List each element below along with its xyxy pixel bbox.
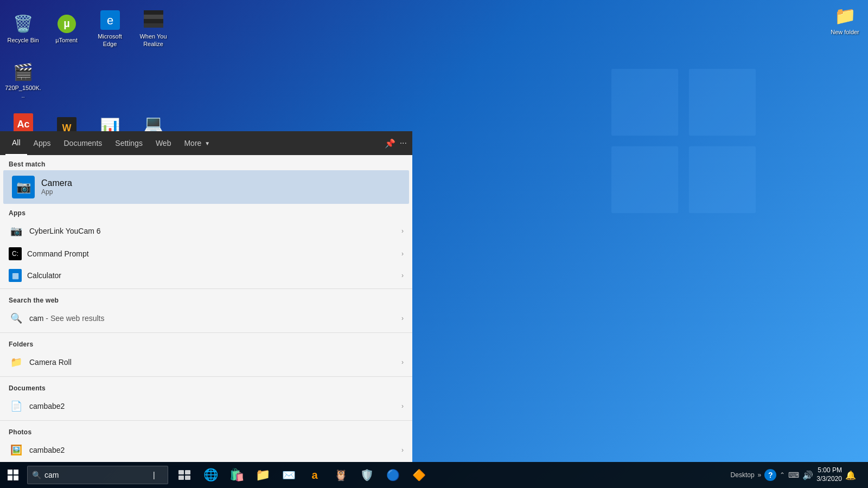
section-web-header: Search the web [0,291,412,306]
taskbar-mail[interactable]: ✉️ [276,462,302,488]
volume-icon[interactable]: 🔊 [802,470,813,480]
desktop-icon-when-you-realize[interactable]: When You Realize [133,3,174,54]
svg-text:Ac: Ac [17,119,29,130]
result-item-label: cam - See web results [29,314,401,323]
svg-rect-24 [178,470,184,474]
svg-text:e: e [106,14,113,27]
svg-rect-3 [689,146,756,213]
taskbar-task-view[interactable] [171,462,197,488]
section-photos-header: Photos [0,423,412,438]
divider [0,376,412,377]
tab-web[interactable]: Web [149,131,178,155]
web-search-icon: 🔍 [9,311,24,326]
svg-rect-23 [14,476,18,480]
svg-rect-1 [689,69,756,136]
svg-rect-26 [178,476,184,480]
windows-icon [8,470,18,480]
cursor-indicator: | [153,471,155,479]
desktop-icon-720p[interactable]: 🎬 720P_1500K... [3,54,43,106]
svg-rect-21 [14,470,18,474]
result-item-label: cambabe2 [29,446,401,454]
svg-rect-0 [611,69,678,136]
taskbar-apps: 🌐 🛍️ 📁 ✉️ a 🦉 🛡️ 🔵 🔶 [171,462,432,488]
desktop-icon-label: µTorrent [55,37,78,44]
taskbar-app8[interactable]: 🔵 [380,462,406,488]
arrow-icon: › [401,250,404,258]
desktop-icon-label: Recycle Bin [7,37,39,44]
result-item-cambabe2-doc[interactable]: 📄 cambabe2 › [0,394,412,418]
help-icon[interactable]: ? [764,469,776,481]
best-match-camera[interactable]: 📷 Camera App [3,170,409,204]
taskbar: 🔍 | 🌐 🛍️ 📁 ✉️ a 🦉 🛡️ 🔵 🔶 Desktop » ? ⌃ ⌨… [0,462,868,488]
section-best-match-header: Best match [0,155,412,170]
taskbar-app7[interactable]: 🛡️ [354,462,380,488]
tab-apps[interactable]: Apps [27,131,58,155]
tab-documents[interactable]: Documents [57,131,108,155]
date-display: 3/3/2020 [816,475,842,484]
taskbar-amazon[interactable]: a [302,462,328,488]
calculator-icon: ▦ [9,269,22,282]
chevron-down-icon: ▼ [205,140,210,146]
section-folders-header: Folders [0,335,412,350]
result-item-calculator[interactable]: ▦ Calculator › [0,265,412,286]
result-item-camera-roll[interactable]: 📁 Camera Roll › [0,350,412,374]
notification-icon[interactable]: 🔔 [845,470,856,480]
search-suffix: - See web results [43,314,104,323]
start-menu: All Apps Documents Settings Web More ▼ 📌… [0,131,412,462]
taskbar-store[interactable]: 🛍️ [224,462,250,488]
start-button[interactable] [0,462,26,488]
system-tray-up-arrow[interactable]: ⌃ [780,471,785,479]
taskbar-edge[interactable]: 🌐 [197,462,224,488]
tab-icons-right: 📌 ··· [385,138,407,149]
tab-all[interactable]: All [5,131,27,155]
results-area: Best match 📷 Camera App Apps 📷 CyberLink… [0,155,412,462]
result-item-label: CyberLink YouCam 6 [29,227,401,235]
arrow-icon: › [401,272,404,279]
command-prompt-icon: C: [9,247,22,260]
arrow-icon: › [401,358,404,366]
taskbar-tripadvisor[interactable]: 🦉 [328,462,354,488]
svg-text:µ: µ [63,17,70,29]
arrow-icon: › [401,402,404,410]
svg-rect-9 [144,15,163,19]
desktop-icon-label: 720P_1500K... [5,85,41,99]
desktop-icon-edge[interactable]: e Microsoft Edge [90,3,130,54]
divider [0,332,412,333]
new-folder-topright-icon[interactable]: 📁 New folder [825,3,865,38]
svg-rect-11 [144,23,163,28]
pin-icon[interactable]: 📌 [385,138,395,149]
taskbar-search-box[interactable]: 🔍 | [27,466,168,484]
svg-rect-22 [8,476,12,480]
ellipsis-icon[interactable]: ··· [400,138,407,148]
windows-logo-watermark [608,65,760,217]
taskbar-tray: Desktop » ? ⌃ ⌨ 🔊 5:00 PM 3/3/2020 🔔 [731,466,868,483]
keyboard-icon: ⌨ [788,471,799,479]
result-item-cambabe2-photo[interactable]: 🖼️ cambabe2 › [0,438,412,462]
camera-app-icon: 📷 [12,176,35,198]
result-item-label: Command Prompt [27,249,401,258]
result-item-web-search[interactable]: 🔍 cam - See web results › [0,306,412,330]
clock[interactable]: 5:00 PM 3/3/2020 [816,466,842,483]
arrow-icon: › [401,446,404,454]
desktop-icon-utorrent[interactable]: µ µTorrent [46,3,87,54]
arrow-icon: › [401,227,404,235]
desktop-show-label: Desktop [731,471,755,479]
result-item-label: Calculator [27,271,401,280]
result-item-command-prompt[interactable]: C: Command Prompt › [0,243,412,265]
search-input[interactable] [44,471,153,479]
result-item-cyberlink[interactable]: 📷 CyberLink YouCam 6 › [0,219,412,243]
svg-rect-27 [185,476,190,480]
section-documents-header: Documents [0,379,412,394]
desktop-icon-label: When You Realize [135,33,171,47]
divider [0,288,412,289]
taskbar-vlc[interactable]: 🔶 [406,462,432,488]
taskbar-explorer[interactable]: 📁 [250,462,276,488]
desktop-icon-label: Microsoft Edge [92,33,128,47]
result-item-label: Camera Roll [29,358,401,367]
cyberlink-icon: 📷 [9,223,24,239]
overflow-icon[interactable]: » [758,471,762,479]
tab-settings[interactable]: Settings [108,131,149,155]
tab-more[interactable]: More ▼ [177,131,216,155]
camera-app-title: Camera [41,178,72,188]
desktop-icon-recycle-bin[interactable]: 🗑️ Recycle Bin [3,3,43,54]
